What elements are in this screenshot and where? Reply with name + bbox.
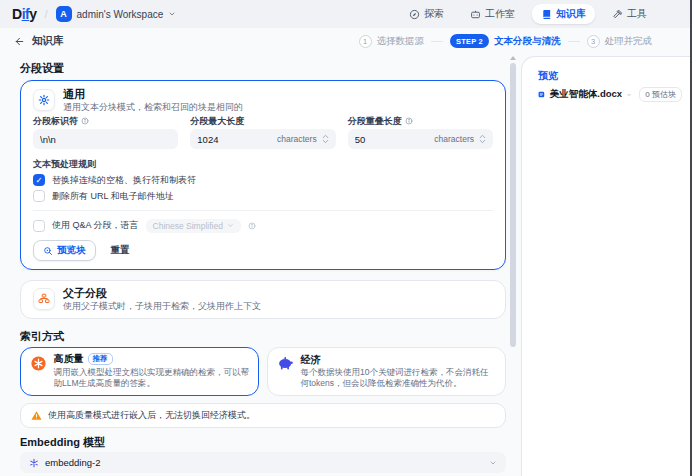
scrollbar[interactable] bbox=[506, 54, 521, 476]
nav-label: 工具 bbox=[627, 7, 647, 21]
breadcrumb-separator: / bbox=[44, 8, 47, 20]
nav-label: 探索 bbox=[424, 7, 444, 21]
option-desc: 调用嵌入模型处理文档以实现更精确的检索，可以帮助LLM生成高质量的答案。 bbox=[54, 367, 250, 389]
field-label: 分段标识符 bbox=[33, 116, 78, 126]
embedding-model-select[interactable]: embedding-2 bbox=[20, 452, 506, 473]
preview-title: 预览 bbox=[538, 70, 682, 81]
file-name: 美业智能体.docx bbox=[550, 88, 622, 101]
field-max-length: 分段最大长度 characters bbox=[190, 116, 335, 149]
step-divider bbox=[431, 41, 443, 42]
warning-icon bbox=[31, 410, 42, 421]
hierarchy-icon bbox=[33, 288, 55, 310]
rule-label: 替换掉连续的空格、换行符和制表符 bbox=[52, 174, 196, 187]
field-delimiter: 分段标识符 bbox=[33, 116, 178, 149]
option-desc: 每个数据块使用10个关键词进行检索，不会消耗任何tokens，但会以降低检索准确… bbox=[301, 367, 497, 389]
workspace-switcher[interactable]: A admin's Workspace bbox=[56, 6, 177, 22]
settings-pane: 分段设置 通用 通用文本分块模式，检索和召回的块是相同的 分段标识符 bbox=[0, 54, 506, 476]
general-mode-card[interactable]: 通用 通用文本分块模式，检索和召回的块是相同的 分段标识符 分段最大长度 cha… bbox=[20, 80, 506, 270]
file-selector[interactable]: 美业智能体.docx 0 预估块 bbox=[538, 87, 682, 102]
step-item-3: 3 处理并完成 bbox=[587, 35, 653, 48]
chevron-down-icon bbox=[627, 91, 631, 99]
qa-label: 使用 Q&A 分段，语言 bbox=[52, 219, 139, 232]
rule-label: 删除所有 URL 和电子邮件地址 bbox=[52, 190, 174, 203]
chevron-down-icon bbox=[479, 139, 486, 144]
book-icon bbox=[541, 9, 552, 20]
step-divider bbox=[568, 41, 580, 42]
chevron-down-icon bbox=[489, 459, 497, 467]
back-button[interactable]: 知识库 bbox=[14, 34, 64, 48]
language-select[interactable]: Chinese Simplified bbox=[146, 219, 241, 233]
general-card-subtitle: 通用文本分块模式，检索和召回的块是相同的 bbox=[63, 102, 243, 112]
model-name: embedding-2 bbox=[45, 457, 100, 468]
scroll-up-arrow-icon[interactable] bbox=[510, 56, 516, 60]
model-provider-icon bbox=[29, 458, 39, 468]
sparkle-icon bbox=[30, 355, 47, 372]
back-label: 知识库 bbox=[32, 34, 64, 48]
preview-panel: 预览 美业智能体.docx 0 预估块 bbox=[521, 56, 692, 476]
overlap-input[interactable] bbox=[355, 134, 431, 145]
number-stepper[interactable] bbox=[322, 134, 329, 144]
section-title-index-method: 索引方式 bbox=[20, 330, 506, 342]
field-label: 分段最大长度 bbox=[190, 116, 244, 126]
workspace-avatar: A bbox=[56, 6, 72, 22]
nav-item-tools[interactable]: 工具 bbox=[603, 4, 656, 24]
step-label: 文本分段与清洗 bbox=[494, 35, 561, 48]
rules-title: 文本预处理规则 bbox=[33, 159, 493, 169]
warning-text: 使用高质量模式进行嵌入后，无法切换回经济模式。 bbox=[48, 409, 255, 422]
info-icon[interactable] bbox=[405, 117, 413, 125]
step-number: 3 bbox=[587, 35, 600, 48]
parent-child-card[interactable]: 父子分段 使用父子模式时，子块用于检索，父块用作上下文 bbox=[20, 280, 506, 319]
document-icon bbox=[538, 88, 545, 101]
preview-button-label: 预览块 bbox=[57, 244, 86, 257]
checkbox-checked[interactable] bbox=[33, 174, 45, 186]
chevron-down-icon bbox=[168, 10, 176, 18]
option-high-quality[interactable]: 高质量 推荐 调用嵌入模型处理文档以实现更精确的检索，可以帮助LLM生成高质量的… bbox=[20, 347, 259, 396]
reset-button[interactable]: 重置 bbox=[111, 244, 130, 257]
info-icon[interactable] bbox=[248, 222, 256, 230]
step-indicator: 1 选择数据源 STEP 2 文本分段与清洗 3 处理并完成 bbox=[359, 34, 652, 48]
delimiter-input[interactable] bbox=[40, 134, 171, 145]
max-length-input[interactable] bbox=[197, 134, 273, 145]
nav-label: 知识库 bbox=[556, 7, 586, 21]
magnifier-eye-icon bbox=[43, 246, 53, 256]
preview-pane-wrapper: 预览 美业智能体.docx 0 预估块 bbox=[521, 54, 692, 476]
index-method-warning: 使用高质量模式进行嵌入后，无法切换回经济模式。 bbox=[20, 403, 506, 428]
card-divider bbox=[33, 210, 493, 211]
content-area: 分段设置 通用 通用文本分块模式，检索和召回的块是相同的 分段标识符 bbox=[0, 54, 692, 476]
step-label: 选择数据源 bbox=[377, 35, 425, 48]
nav-label: 工作室 bbox=[485, 7, 515, 21]
step-item-1: 1 选择数据源 bbox=[359, 35, 425, 48]
step-number: 1 bbox=[359, 35, 372, 48]
characters-suffix: characters bbox=[273, 134, 322, 144]
section-title-embedding-model: Embedding 模型 bbox=[20, 436, 506, 448]
checkbox-unchecked[interactable] bbox=[33, 190, 45, 202]
dify-logo[interactable]: Dify bbox=[12, 6, 36, 22]
step-label: 处理并完成 bbox=[605, 35, 653, 48]
info-icon[interactable] bbox=[81, 117, 89, 125]
recommended-badge: 推荐 bbox=[88, 353, 113, 365]
main-nav: 探索 工作室 知识库 工具 bbox=[400, 4, 656, 24]
qa-segmentation-row: 使用 Q&A 分段，语言 Chinese Simplified bbox=[33, 219, 493, 232]
rule-remove-urls: 删除所有 URL 和电子邮件地址 bbox=[33, 190, 493, 202]
field-label: 分段重叠长度 bbox=[348, 116, 402, 126]
nav-item-studio[interactable]: 工作室 bbox=[461, 4, 524, 24]
top-bar: Dify / A admin's Workspace 探索 工作室 知识库 工具 bbox=[0, 0, 692, 28]
scrollbar-thumb[interactable] bbox=[510, 63, 516, 347]
compass-icon bbox=[409, 9, 420, 20]
language-value: Chinese Simplified bbox=[153, 221, 223, 231]
arrow-left-icon bbox=[14, 36, 25, 47]
preview-chunk-button[interactable]: 预览块 bbox=[33, 240, 96, 261]
number-stepper[interactable] bbox=[479, 134, 486, 144]
gear-icon bbox=[33, 89, 55, 111]
chevron-down-icon bbox=[227, 222, 234, 229]
qa-checkbox[interactable] bbox=[33, 220, 45, 232]
nav-item-knowledge[interactable]: 知识库 bbox=[532, 4, 595, 24]
nav-item-explore[interactable]: 探索 bbox=[400, 4, 453, 24]
hammer-icon bbox=[612, 9, 623, 20]
option-economical[interactable]: 经济 每个数据块使用10个关键词进行检索，不会消耗任何tokens，但会以降低检… bbox=[267, 347, 507, 396]
index-method-options: 高质量 推荐 调用嵌入模型处理文档以实现更精确的检索，可以帮助LLM生成高质量的… bbox=[20, 347, 506, 396]
card-actions: 预览块 重置 bbox=[33, 240, 493, 261]
parent-child-subtitle: 使用父子模式时，子块用于检索，父块用作上下文 bbox=[63, 301, 261, 311]
characters-suffix: characters bbox=[430, 134, 479, 144]
piggy-bank-icon bbox=[277, 355, 294, 372]
